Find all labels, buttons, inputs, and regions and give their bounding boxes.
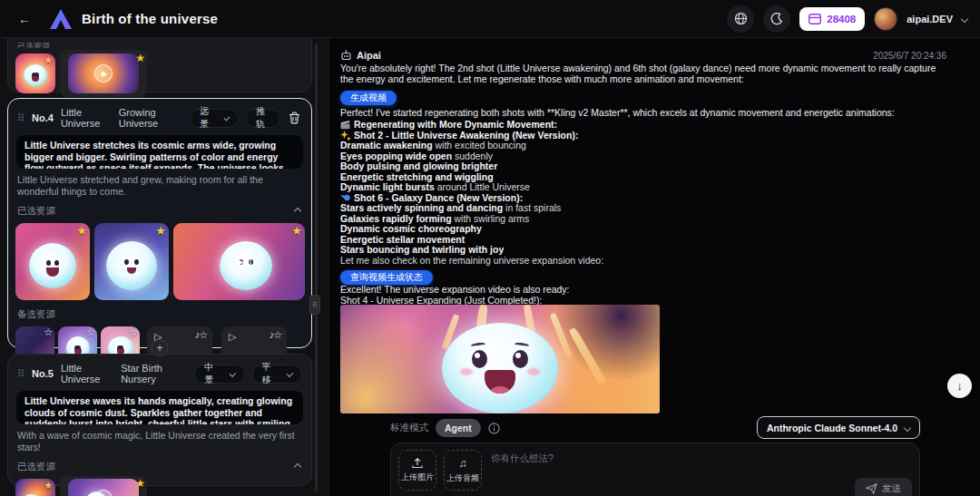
check-video-status-chip[interactable]: 查询视频生成状态 (340, 270, 433, 285)
chat-input-area[interactable]: 上传图片 ♫ 上传音频 你有什么想法? 发送 (390, 443, 920, 496)
generated-video-frame[interactable] (340, 305, 660, 413)
shot-card-4[interactable]: ⠿ No.4 Little Universe Growing Universe … (7, 98, 312, 348)
shot-character: Little Universe (61, 363, 113, 384)
selected-resources-label: 已选资源 (17, 461, 55, 473)
shot-prompt-textarea[interactable]: Little Universe waves its hands magicall… (16, 391, 303, 424)
shot-caption: With a wave of cosmic magic, Little Univ… (17, 430, 302, 453)
shot-scene: Star Birth Nursery (121, 363, 187, 384)
collapse-chevron-icon[interactable] (294, 208, 301, 215)
selected-resources-label: 已选资源 (17, 41, 50, 48)
comet-icon (340, 193, 350, 202)
shot-card-5[interactable]: ⠿ No.5 Little Universe Star Birth Nurser… (7, 354, 312, 486)
moon-icon (770, 13, 783, 25)
star-outline-icon[interactable]: ☆ (86, 327, 95, 337)
send-label: 发送 (882, 482, 901, 495)
message-sender: Aipai (357, 50, 381, 61)
delete-shot-button[interactable] (288, 109, 302, 127)
model-name: Anthropic Claude Sonnet-4.0 (767, 423, 897, 433)
language-button[interactable] (727, 5, 754, 33)
project-title: Birth of the universe (82, 11, 218, 26)
credits-count: 28408 (827, 14, 856, 24)
selected-resources-label: 已选资源 (17, 205, 55, 218)
message-timestamp: 2025/6/7 20:24:36 (873, 51, 946, 61)
audio-star-icons[interactable]: ♪☆ (270, 329, 281, 341)
camera-dropdown[interactable]: 平移 (252, 365, 302, 384)
message-line: Let me also check on the remaining unive… (340, 256, 957, 267)
upload-icon (412, 458, 423, 469)
framing-value: 中景 (204, 361, 218, 386)
play-icon[interactable]: ▶ (94, 64, 113, 83)
play-icon[interactable]: ▶ (228, 250, 251, 274)
send-button[interactable]: 发送 (855, 478, 912, 496)
chevron-down-icon (287, 370, 294, 377)
camera-value: 推轨 (256, 105, 270, 131)
star-badge-icon[interactable]: ★ (155, 225, 166, 237)
chevron-down-icon (223, 114, 230, 121)
camera-value: 平移 (262, 361, 276, 386)
add-resource-button[interactable]: + (152, 339, 169, 356)
info-icon[interactable] (488, 423, 500, 434)
play-outline-icon[interactable]: ▷ (229, 331, 236, 343)
framing-dropdown[interactable]: 中景 (194, 365, 244, 384)
agent-mode-toggle[interactable]: Agent (436, 419, 481, 437)
drag-handle-icon[interactable]: ⠿ (17, 112, 24, 124)
shot-prompt-textarea[interactable]: Little Universe stretches its cosmic arm… (16, 135, 303, 169)
star-badge-icon[interactable]: ★ (135, 52, 145, 64)
star-badge-icon[interactable]: ★ (76, 225, 87, 237)
image-thumbnail[interactable]: ★ (15, 53, 55, 93)
upload-image-label: 上传图片 (401, 472, 434, 483)
video-thumbnail[interactable]: ▶ (68, 479, 139, 496)
shot-caption: Little Universe stretched and grew, maki… (17, 174, 302, 198)
message-paragraph: Excellent! The universe expansion video … (340, 284, 957, 295)
chevron-down-icon (904, 423, 911, 431)
video-thumbnail[interactable]: ▶ ★ (173, 223, 305, 300)
shot-number: No.5 (32, 368, 54, 379)
chat-panel: Aipai 2025/6/7 20:24:36 You're absolutel… (334, 38, 980, 496)
shot-prompt-text: Little Universe waves its hands magicall… (24, 395, 295, 424)
collapse-chevron-icon[interactable] (294, 463, 301, 471)
robot-icon (340, 50, 352, 61)
message-paragraph: You're absolutely right! The 2nd shot (L… (340, 63, 943, 84)
star-outline-icon[interactable]: ☆ (44, 327, 53, 337)
model-selector-dropdown[interactable]: Anthropic Claude Sonnet-4.0 (757, 416, 920, 439)
generate-video-chip[interactable]: 生成视频 (340, 91, 397, 105)
video-thumb-frame: ▶ ★ (60, 476, 147, 496)
message-list: Regenerating with More Dynamic Movement:… (340, 120, 957, 266)
trash-icon (289, 112, 300, 124)
scroll-to-bottom-button[interactable]: ↓ (947, 374, 972, 398)
standard-mode-toggle[interactable]: 标准模式 (390, 422, 428, 434)
message-paragraph: Perfect! I've started regenerating both … (340, 107, 957, 118)
image-thumbnail[interactable]: ★ (94, 223, 169, 300)
upload-audio-button[interactable]: ♫ 上传音频 (444, 450, 482, 491)
music-note-icon: ♫ (459, 457, 467, 470)
top-header: ← Birth of the universe (0, 0, 980, 38)
image-thumbnail[interactable]: ★ (15, 223, 90, 300)
clapper-icon (340, 120, 350, 130)
audio-star-icons[interactable]: ♪☆ (195, 329, 207, 341)
star-badge-icon[interactable]: ★ (291, 225, 302, 237)
drag-handle-icon[interactable]: ⠿ (17, 368, 24, 380)
input-placeholder: 你有什么想法? (491, 452, 554, 465)
globe-icon (734, 12, 748, 25)
avatar[interactable] (874, 7, 897, 31)
framing-dropdown[interactable]: 远景 (190, 109, 239, 128)
star-badge-icon[interactable]: ★ (44, 481, 53, 491)
video-thumb-frame: ▶ ★ (60, 50, 147, 97)
upload-image-button[interactable]: 上传图片 (398, 450, 436, 491)
camera-dropdown[interactable]: 推轨 (246, 109, 280, 128)
app-logo-icon (49, 8, 73, 30)
credits-pill[interactable]: 28408 (799, 7, 865, 31)
user-menu-chevron-icon[interactable] (961, 15, 968, 22)
video-thumbnail[interactable]: ▶ (68, 53, 139, 93)
back-button[interactable]: ← (13, 7, 36, 31)
play-icon[interactable]: ▶ (94, 490, 113, 496)
send-plane-icon (866, 483, 877, 494)
panel-resize-handle[interactable]: ⠿ (309, 295, 320, 315)
star-badge-icon[interactable]: ★ (44, 55, 53, 65)
image-thumbnail[interactable]: ★ (15, 479, 55, 496)
shot-prompt-text: Little Universe stretches its cosmic arm… (24, 140, 295, 169)
panel-scrollbar[interactable] (315, 44, 318, 491)
star-badge-icon[interactable]: ★ (135, 477, 145, 490)
star-outline-icon[interactable]: ☆ (129, 327, 138, 337)
theme-toggle-button[interactable] (763, 5, 790, 33)
